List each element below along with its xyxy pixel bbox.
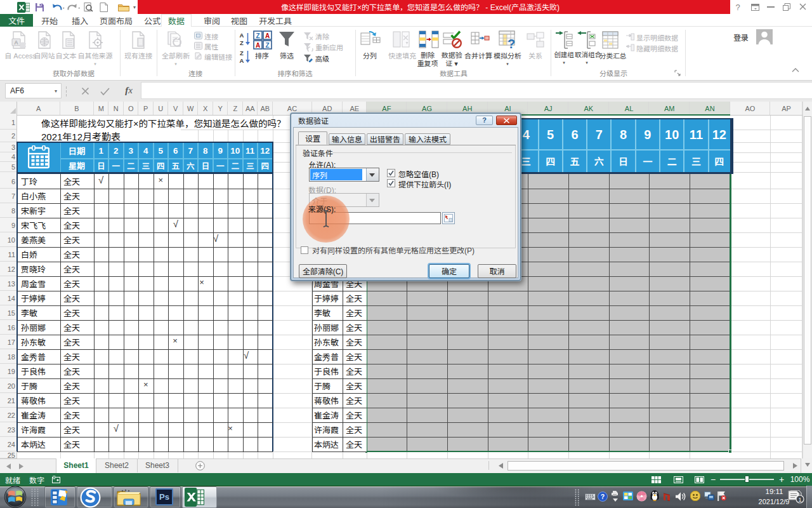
svg-text:1: 1	[798, 497, 801, 503]
svg-text:A: A	[14, 39, 18, 46]
svg-text:A: A	[265, 32, 270, 39]
svg-text:A: A	[256, 42, 260, 49]
svg-text:?: ?	[508, 37, 515, 50]
svg-text:A: A	[240, 57, 244, 64]
svg-text:Z: Z	[256, 32, 259, 39]
svg-text:A: A	[240, 32, 244, 39]
svg-text:?: ?	[601, 493, 605, 500]
svg-text:Z: Z	[240, 50, 244, 57]
svg-text:Z: Z	[265, 42, 269, 49]
svg-text:Z: Z	[240, 39, 244, 46]
